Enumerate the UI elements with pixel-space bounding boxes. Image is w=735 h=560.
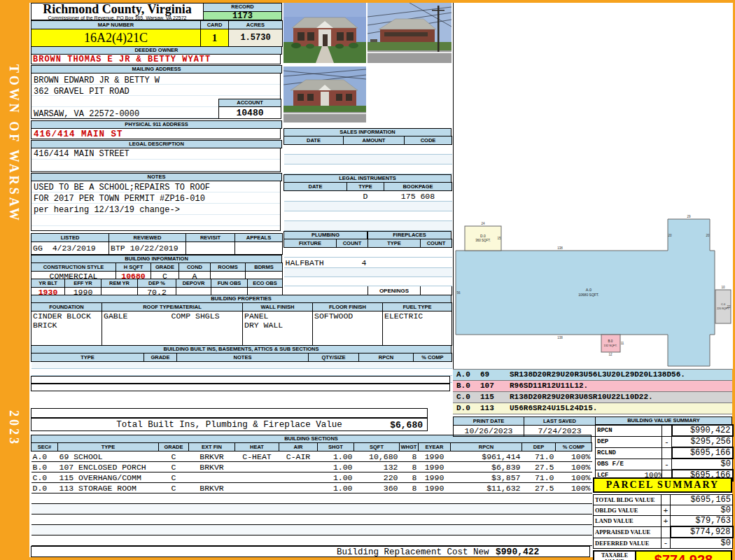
floor-finish-label: FLOOR FINISH	[313, 303, 383, 312]
dep-pct-label: DEP %	[138, 279, 176, 288]
deeded-owner-value: BROWN THOMAS E JR & BETTY WYATT	[31, 54, 281, 64]
property-photo-side[interactable]	[368, 3, 451, 63]
sketch-dim: 11	[621, 342, 624, 345]
plumbing-table: FIXTURE COUNT HALFBATH4	[284, 239, 368, 286]
sidebar-town-label: TOWN OF WARSAW	[6, 64, 21, 223]
rpcn-col-label: RPCN	[451, 443, 522, 451]
property-photo-street[interactable]	[284, 66, 366, 122]
print-date-value: 10/26/2023	[454, 426, 524, 437]
sketch-canvas: A.0 10680 SQFT. D.0 360 SQFT. B.0 132 SQ…	[453, 3, 733, 369]
sketch-dim: 138	[557, 246, 563, 250]
sketch-area-a-name: A.0	[586, 288, 592, 292]
sketch-dim: 24	[481, 222, 485, 225]
listed-value: GG 4/23/2019	[31, 242, 109, 255]
vs-sign	[662, 447, 672, 458]
photo-front-illustration	[284, 3, 366, 63]
heat-col-label: HEAT	[235, 443, 279, 451]
photo-side-illustration	[368, 3, 451, 63]
vs-label: RCLND	[596, 447, 643, 458]
eyear-col-label: EYEAR	[419, 443, 451, 451]
section-row-c: C.0115 OVERHANG/COMM C 1.00220 81990 $3,…	[31, 472, 592, 483]
funobs-label: FUN OBS	[211, 279, 248, 288]
instrument-empty-row	[284, 202, 452, 211]
print-saved-table: PRINT DATE LAST SAVED 10/26/2023 7/24/20…	[453, 416, 596, 437]
vs-pct	[643, 447, 662, 458]
mailing-line: 362 GRAVEL PIT ROAD	[34, 86, 280, 97]
parcel-label: APPRAISED VALUE	[594, 526, 662, 538]
building-properties-table: FOUNDATION ROOF TYPE/MATERIAL WALL FINIS…	[31, 302, 452, 346]
whgt-col-label: WHGT	[400, 443, 419, 451]
comp-col-label: % COMP	[556, 443, 592, 451]
fixture-count-label: COUNT	[337, 239, 368, 248]
account-value: 10480	[218, 107, 281, 119]
card-label: CARD	[201, 21, 229, 29]
sketch-area-c-name: C.0	[721, 302, 726, 306]
openings-label: OPENINGS	[368, 286, 421, 295]
sales-code-label: CODE	[405, 136, 452, 145]
last-saved-label: LAST SAVED	[524, 417, 596, 426]
sec-col-label: SEC#	[31, 443, 58, 451]
sketch-dim: 22	[727, 305, 731, 309]
fireplace-empty	[421, 277, 452, 286]
wall-finish-value: PANELDRY WALL	[243, 312, 313, 346]
parcel-sign: -	[662, 538, 671, 549]
bi-notes-label: NOTES	[177, 354, 309, 362]
vector-row-b: B.0107R96SD11R12U11L12.	[453, 380, 732, 391]
fireplace-empty	[368, 258, 421, 268]
dep-col-label: DEP	[522, 443, 556, 451]
section-empty-row	[31, 525, 592, 536]
parcel-sign: +	[662, 505, 671, 516]
fixture-label: FIXTURE	[284, 239, 337, 248]
fireplace-empty	[368, 277, 421, 286]
instrument-empty-row	[284, 221, 452, 231]
fireplace-empty	[421, 248, 452, 258]
bi-grade-label: GRADE	[144, 354, 177, 362]
instr-bookpage-label: BOOKPAGE	[384, 183, 452, 191]
section-row-a: A.069 SCHOOL CBRKVR C-HEATC-AIR 1.0010,6…	[31, 451, 592, 462]
shgt-col-label: SHGT	[318, 443, 354, 451]
air-col-label: AIR	[279, 443, 318, 451]
replacement-cost-row: Building Replacement Cost New $990,422	[31, 546, 590, 557]
wall-finish-label: WALL FINISH	[243, 303, 313, 312]
bi-qty-label: QTY/SIZE	[309, 354, 359, 362]
parcel-sign	[662, 495, 671, 505]
total-built-ins-row: Total Built Ins, Plumbing & Fireplace Va…	[31, 418, 428, 431]
section-empty-row	[31, 514, 592, 525]
notes-line: USED TO BE A SCHOOL;REPAIRS TO ROOF	[34, 182, 280, 193]
section-empty-row	[31, 504, 592, 514]
remyr-label: REM YR	[102, 279, 138, 288]
vector-row-a: A.069SR138D20R29U20R3U56L3U20L29D20L138D…	[453, 369, 732, 380]
vs-pct	[643, 458, 662, 470]
vs-label: RPCN	[596, 425, 643, 436]
sketch-dim: 15	[497, 237, 501, 240]
appeals-label: APPEALS	[235, 234, 283, 242]
notes-block: USED TO BE A SCHOOL;REPAIRS TO ROOF FOR …	[31, 181, 281, 231]
sketch-dim: 12	[608, 353, 612, 356]
property-photo-front[interactable]	[284, 3, 366, 63]
last-saved-value: 7/24/2023	[524, 426, 596, 437]
taxable-label: TAXABLE VALUE	[593, 550, 636, 560]
legal-instruments-table: DATE TYPE BOOKPAGE D 175 608	[284, 182, 452, 231]
instrument-row: D 175 608	[284, 191, 452, 202]
vs-value: $990,422	[672, 425, 733, 436]
plumbing-row-halfbath: HALFBATH4	[284, 258, 368, 268]
empty-row	[31, 376, 450, 384]
roof-label: ROOF TYPE/MATERIAL	[102, 303, 243, 312]
sidebar-year-label: 2023	[6, 410, 21, 447]
sales-empty-row	[284, 155, 452, 164]
mailing-address-block: BROWN EDWARD JR & BETTY W 362 GRAVEL PIT…	[31, 73, 281, 119]
sketch-dim: 20	[668, 234, 672, 237]
built-ins-empty-row	[31, 362, 452, 369]
parcel-value: $774,928	[671, 526, 733, 538]
building-sketch: A.0 10680 SQFT. D.0 360 SQFT. B.0 132 SQ…	[454, 3, 733, 369]
sketch-dim: 10	[721, 286, 725, 289]
bdrms-label: BDRMS	[246, 263, 283, 272]
vector-row-c: C.0115R138D20R29U20R3U8SR10U22L10D22.	[453, 391, 732, 402]
print-date-label: PRINT DATE	[454, 417, 524, 426]
section-row-b: B.0107 ENCLOSED PORCH CBRKVR 1.00132 819…	[31, 462, 592, 472]
taxable-row: TAXABLE VALUE $774,928	[593, 550, 732, 560]
grade-label: GRADE	[151, 263, 179, 272]
sketch-area-a-sqft: 10680 SQFT.	[578, 293, 598, 297]
taxable-value: $774,928	[636, 550, 732, 560]
parcel-label: LAND VALUE	[594, 516, 662, 527]
